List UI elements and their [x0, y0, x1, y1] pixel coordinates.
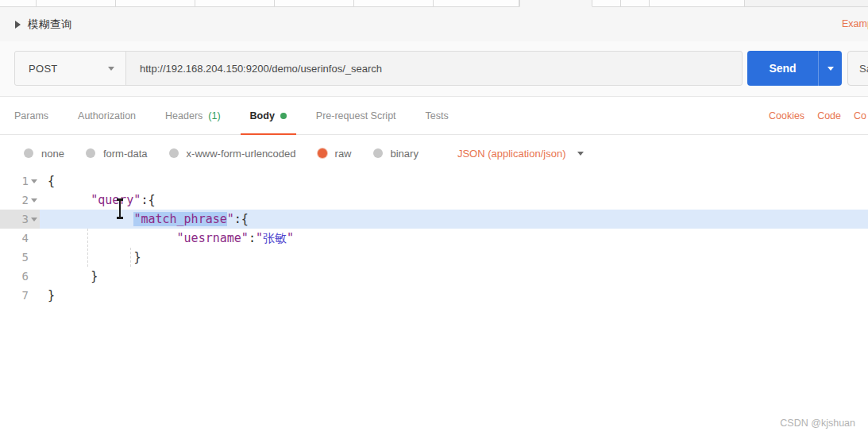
code-line-1[interactable]: 1{ [0, 171, 868, 191]
line-gutter: 6 [0, 267, 40, 286]
line-gutter: 1 [0, 171, 40, 191]
tab-options-button[interactable] [621, 0, 650, 7]
method-label: POST [29, 63, 58, 75]
radio-label: raw [335, 148, 352, 160]
code-line-4[interactable]: 4 "uesrname":"张敏" [0, 229, 868, 248]
open-request-tab[interactable] [354, 0, 434, 7]
chevron-down-icon [108, 67, 114, 71]
code-token: } [48, 288, 55, 302]
method-select[interactable]: POST [15, 52, 126, 85]
fold-toggle-icon[interactable] [29, 179, 40, 183]
open-requests-tab-strip [0, 0, 868, 7]
body-format-label: JSON (application/json) [457, 148, 566, 160]
code-content: } [40, 248, 868, 267]
code-content: { [40, 171, 868, 191]
radio-dot-icon [169, 148, 179, 158]
open-request-tab[interactable] [37, 0, 116, 7]
code-token: " [227, 212, 234, 226]
fold-toggle-icon[interactable] [29, 198, 40, 202]
line-number: 1 [0, 171, 29, 191]
code-line-2[interactable]: 2 "query":{ [0, 191, 868, 210]
examples-link[interactable]: Examp [842, 18, 868, 29]
open-request-tab[interactable] [650, 0, 745, 7]
tab-params[interactable]: Params [14, 97, 48, 135]
tab-strip-filler [745, 0, 868, 7]
open-request-tab[interactable] [195, 0, 275, 7]
request-url-control: POST http://192.168.204.150:9200/demo/us… [14, 51, 743, 86]
open-request-tab[interactable] [116, 0, 195, 7]
open-request-tab[interactable] [275, 0, 354, 7]
link-code[interactable]: Code [817, 110, 841, 121]
code-content: "uesrname":"张敏" [40, 229, 868, 248]
selected-text: "match_phrase [133, 212, 226, 226]
tab-label: Body [250, 110, 275, 121]
radio-dot-icon [318, 148, 327, 158]
radio-label: binary [391, 148, 419, 160]
code-token: " [287, 231, 294, 245]
open-request-tab-active[interactable] [519, 0, 592, 7]
code-token: } [91, 269, 98, 283]
context-links: CookiesCodeCo [769, 97, 866, 135]
collection-collapse-toggle[interactable]: 模糊查询 [0, 17, 72, 32]
url-input[interactable]: http://192.168.204.150:9200/demo/userinf… [126, 52, 742, 85]
tab-label: Authorization [78, 110, 136, 121]
tab-label: Tests [426, 110, 449, 121]
raw-body-editor[interactable]: 1{2 "query":{3 "match_phrase":{4 "uesrna… [0, 171, 868, 439]
radio-label: form-data [103, 148, 148, 160]
tab-count-badge: (1) [208, 110, 220, 121]
radio-dot-icon [86, 148, 95, 158]
collapse-arrow-icon [15, 21, 21, 29]
radio-dot-icon [24, 148, 33, 158]
tab-tests[interactable]: Tests [426, 97, 449, 135]
code-token: } [133, 250, 141, 264]
tab-authorization[interactable]: Authorization [78, 97, 136, 135]
code-token: { [48, 174, 55, 188]
chevron-down-icon [827, 67, 834, 71]
code-token: { [241, 212, 249, 226]
code-line-3[interactable]: 3 "match_phrase":{ [0, 210, 868, 229]
code-token: { [148, 193, 155, 207]
tab-label: Pre-request Script [316, 110, 396, 121]
line-gutter: 3 [0, 210, 40, 229]
radio-form-data[interactable]: form-data [86, 148, 148, 160]
line-number: 5 [0, 248, 29, 267]
link-cookies[interactable]: Cookies [769, 110, 804, 121]
body-set-indicator-dot-icon [280, 113, 287, 119]
body-type-radio-group: noneform-datax-www-form-urlencodedrawbin… [24, 148, 440, 160]
code-line-7[interactable]: 7} [0, 286, 868, 305]
send-button[interactable]: Send [747, 51, 818, 86]
indent-guide [130, 248, 131, 267]
request-tabs-row: ParamsAuthorizationHeaders(1)BodyPre-req… [0, 97, 868, 135]
code-content: "query":{ [40, 191, 868, 210]
code-line-6[interactable]: 6 } [0, 267, 868, 286]
tab-headers[interactable]: Headers(1) [165, 97, 221, 135]
line-gutter: 5 [0, 248, 40, 267]
indent-guide [87, 229, 88, 267]
radio-binary[interactable]: binary [373, 148, 419, 160]
open-request-tab[interactable] [434, 0, 519, 7]
tab-pre-request-script[interactable]: Pre-request Script [316, 97, 396, 135]
send-options-button[interactable] [818, 51, 842, 86]
line-number: 2 [0, 191, 29, 210]
code-content: } [40, 267, 868, 286]
tab-label: Params [14, 110, 48, 121]
radio-dot-icon [373, 148, 383, 158]
radio-x-www-form-urlencoded[interactable]: x-www-form-urlencoded [169, 148, 296, 160]
link-co[interactable]: Co [854, 110, 866, 121]
code-content: } [40, 286, 868, 305]
save-button[interactable]: Sa [847, 51, 868, 86]
tab-label: Headers [165, 110, 203, 121]
radio-none[interactable]: none [24, 148, 64, 160]
fold-toggle-icon[interactable] [29, 218, 40, 221]
radio-raw[interactable]: raw [318, 148, 352, 160]
code-token: 张敏 [263, 231, 287, 245]
line-gutter: 4 [0, 229, 40, 248]
text-cursor-pointer-icon [116, 198, 124, 219]
new-tab-button[interactable] [592, 0, 621, 7]
line-number: 3 [0, 210, 29, 229]
open-request-tab[interactable] [0, 0, 37, 7]
line-gutter: 2 [0, 191, 40, 210]
tab-body[interactable]: Body [250, 97, 287, 135]
body-format-select[interactable]: JSON (application/json) [457, 148, 584, 160]
code-token: : [234, 212, 241, 226]
